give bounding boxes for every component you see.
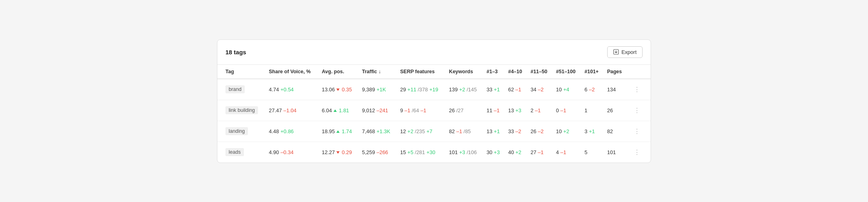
cell-tag: brand bbox=[217, 79, 266, 100]
cell-avg-pos: 13.06 0.35 bbox=[319, 79, 359, 100]
cell-pos51-100: 10 +4 bbox=[553, 79, 581, 100]
cell-keywords: 139 +2 /145 bbox=[446, 79, 483, 100]
cell-pos4-10: 33 –2 bbox=[505, 121, 527, 142]
table-body: brand 4.74 +0.54 13.06 0.35 9,389 +1K 29… bbox=[217, 79, 651, 163]
cell-pos11-50: 27 –1 bbox=[527, 142, 553, 163]
table-row: leads 4.90 –0.34 12.27 0.29 5,259 –266 1… bbox=[217, 142, 651, 163]
row-menu-button[interactable]: ⋮ bbox=[631, 126, 644, 137]
tag-label: brand bbox=[225, 85, 245, 93]
cell-pages: 134 bbox=[604, 79, 627, 100]
col-pos101: #101+ bbox=[581, 65, 604, 79]
col-sov: Share of Voice, % bbox=[266, 65, 319, 79]
col-keywords: Keywords bbox=[446, 65, 483, 79]
cell-pos1-3: 11 –1 bbox=[483, 100, 505, 121]
cell-sov: 4.90 –0.34 bbox=[266, 142, 319, 163]
export-label: Export bbox=[621, 49, 637, 55]
card-header: 18 tags Export bbox=[217, 40, 651, 65]
cell-serp: 15 +5 /281 +30 bbox=[397, 142, 446, 163]
col-pos4-10: #4–10 bbox=[505, 65, 527, 79]
col-traffic: Traffic ↓ bbox=[359, 65, 397, 79]
cell-keywords: 82 –1 /85 bbox=[446, 121, 483, 142]
cell-serp: 29 +11 /378 +19 bbox=[397, 79, 446, 100]
cell-serp: 9 –1 /64 –1 bbox=[397, 100, 446, 121]
cell-avg-pos: 6.04 1.81 bbox=[319, 100, 359, 121]
cell-pos101: 5 bbox=[581, 142, 604, 163]
row-menu-button[interactable]: ⋮ bbox=[631, 147, 644, 158]
cell-pos1-3: 33 +1 bbox=[483, 79, 505, 100]
cell-sov: 4.74 +0.54 bbox=[266, 79, 319, 100]
col-pos11-50: #11–50 bbox=[527, 65, 553, 79]
cell-pos101: 6 –2 bbox=[581, 79, 604, 100]
table-header: Tag Share of Voice, % Avg. pos. Traffic … bbox=[217, 65, 651, 79]
cell-keywords: 101 +3 /106 bbox=[446, 142, 483, 163]
col-pos1-3: #1–3 bbox=[483, 65, 505, 79]
cell-pos4-10: 13 +3 bbox=[505, 100, 527, 121]
col-actions bbox=[627, 65, 651, 79]
cell-sov: 27.47 –1.04 bbox=[266, 100, 319, 121]
cell-pos1-3: 30 +3 bbox=[483, 142, 505, 163]
cell-traffic: 5,259 –266 bbox=[359, 142, 397, 163]
header-row: Tag Share of Voice, % Avg. pos. Traffic … bbox=[217, 65, 651, 79]
cell-pos11-50: 26 –2 bbox=[527, 121, 553, 142]
col-pos51-100: #51–100 bbox=[553, 65, 581, 79]
cell-pos4-10: 62 –1 bbox=[505, 79, 527, 100]
row-menu-button[interactable]: ⋮ bbox=[631, 105, 644, 116]
tag-label: landing bbox=[225, 127, 248, 135]
cell-traffic: 7,468 +1.3K bbox=[359, 121, 397, 142]
cell-serp: 12 +2 /235 +7 bbox=[397, 121, 446, 142]
card-title: 18 tags bbox=[225, 49, 246, 56]
col-tag: Tag bbox=[217, 65, 266, 79]
table-row: brand 4.74 +0.54 13.06 0.35 9,389 +1K 29… bbox=[217, 79, 651, 100]
cell-tag: link building bbox=[217, 100, 266, 121]
cell-tag: leads bbox=[217, 142, 266, 163]
cell-pages: 26 bbox=[604, 100, 627, 121]
export-button[interactable]: Export bbox=[607, 46, 643, 58]
cell-pos51-100: 10 +2 bbox=[553, 121, 581, 142]
cell-tag: landing bbox=[217, 121, 266, 142]
cell-pos4-10: 40 +2 bbox=[505, 142, 527, 163]
cell-traffic: 9,389 +1K bbox=[359, 79, 397, 100]
cell-pos11-50: 34 –2 bbox=[527, 79, 553, 100]
cell-avg-pos: 18.95 1.74 bbox=[319, 121, 359, 142]
tag-label: link building bbox=[225, 106, 258, 114]
cell-keywords: 26 /27 bbox=[446, 100, 483, 121]
cell-pos51-100: 0 –1 bbox=[553, 100, 581, 121]
main-card: 18 tags Export Tag Share of Voice, % Avg… bbox=[217, 39, 651, 163]
cell-pos51-100: 4 –1 bbox=[553, 142, 581, 163]
cell-traffic: 9,012 –241 bbox=[359, 100, 397, 121]
tag-label: leads bbox=[225, 148, 244, 156]
cell-actions[interactable]: ⋮ bbox=[627, 79, 651, 100]
col-pages: Pages bbox=[604, 65, 627, 79]
col-serp: SERP features bbox=[397, 65, 446, 79]
cell-pos101: 1 bbox=[581, 100, 604, 121]
cell-pos11-50: 2 –1 bbox=[527, 100, 553, 121]
cell-sov: 4.48 +0.86 bbox=[266, 121, 319, 142]
col-avg-pos: Avg. pos. bbox=[319, 65, 359, 79]
table-row: landing 4.48 +0.86 18.95 1.74 7,468 +1.3… bbox=[217, 121, 651, 142]
cell-actions[interactable]: ⋮ bbox=[627, 100, 651, 121]
cell-pages: 82 bbox=[604, 121, 627, 142]
cell-pages: 101 bbox=[604, 142, 627, 163]
export-icon bbox=[613, 49, 619, 55]
cell-pos101: 3 +1 bbox=[581, 121, 604, 142]
tags-table: Tag Share of Voice, % Avg. pos. Traffic … bbox=[217, 65, 651, 163]
table-row: link building 27.47 –1.04 6.04 1.81 9,01… bbox=[217, 100, 651, 121]
cell-avg-pos: 12.27 0.29 bbox=[319, 142, 359, 163]
row-menu-button[interactable]: ⋮ bbox=[631, 84, 644, 95]
cell-actions[interactable]: ⋮ bbox=[627, 142, 651, 163]
cell-pos1-3: 13 +1 bbox=[483, 121, 505, 142]
cell-actions[interactable]: ⋮ bbox=[627, 121, 651, 142]
